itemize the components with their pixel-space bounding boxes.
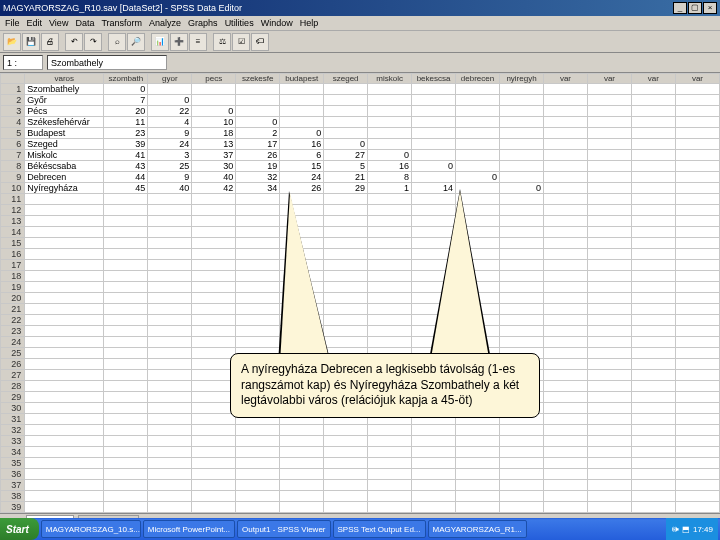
empty-cell[interactable] bbox=[500, 480, 544, 491]
row-number[interactable]: 26 bbox=[1, 359, 25, 370]
cell-varos[interactable]: Debrecen bbox=[25, 172, 104, 183]
empty-cell[interactable] bbox=[412, 502, 456, 513]
empty-cell[interactable] bbox=[631, 326, 675, 337]
empty-cell[interactable] bbox=[104, 304, 148, 315]
empty-cell[interactable] bbox=[544, 348, 588, 359]
data-cell[interactable]: 0 bbox=[236, 117, 280, 128]
empty-cell[interactable] bbox=[148, 469, 192, 480]
redo-icon[interactable]: ↷ bbox=[84, 33, 102, 51]
data-cell[interactable] bbox=[587, 95, 631, 106]
row-number[interactable]: 21 bbox=[1, 304, 25, 315]
empty-cell[interactable] bbox=[675, 304, 719, 315]
row-number[interactable]: 25 bbox=[1, 348, 25, 359]
row-number[interactable]: 39 bbox=[1, 502, 25, 513]
col-var[interactable]: var bbox=[631, 74, 675, 84]
empty-cell[interactable] bbox=[148, 381, 192, 392]
empty-cell[interactable] bbox=[25, 491, 104, 502]
empty-cell[interactable] bbox=[544, 326, 588, 337]
data-cell[interactable]: 22 bbox=[148, 106, 192, 117]
data-cell[interactable] bbox=[148, 84, 192, 95]
data-cell[interactable] bbox=[324, 117, 368, 128]
data-cell[interactable] bbox=[368, 128, 412, 139]
empty-cell[interactable] bbox=[104, 447, 148, 458]
empty-cell[interactable] bbox=[675, 491, 719, 502]
empty-cell[interactable] bbox=[544, 370, 588, 381]
empty-cell[interactable] bbox=[192, 260, 236, 271]
empty-cell[interactable] bbox=[675, 271, 719, 282]
data-cell[interactable] bbox=[587, 150, 631, 161]
empty-cell[interactable] bbox=[148, 227, 192, 238]
row-number[interactable]: 11 bbox=[1, 194, 25, 205]
row-number[interactable]: 22 bbox=[1, 315, 25, 326]
empty-cell[interactable] bbox=[280, 491, 324, 502]
empty-cell[interactable] bbox=[104, 513, 148, 514]
data-cell[interactable]: 37 bbox=[192, 150, 236, 161]
empty-cell[interactable] bbox=[25, 282, 104, 293]
table-row[interactable]: 19 bbox=[1, 282, 720, 293]
empty-cell[interactable] bbox=[368, 469, 412, 480]
empty-cell[interactable] bbox=[544, 205, 588, 216]
empty-cell[interactable] bbox=[587, 249, 631, 260]
data-cell[interactable] bbox=[368, 106, 412, 117]
empty-cell[interactable] bbox=[631, 293, 675, 304]
data-cell[interactable] bbox=[412, 106, 456, 117]
data-cell[interactable] bbox=[236, 106, 280, 117]
empty-cell[interactable] bbox=[544, 227, 588, 238]
empty-cell[interactable] bbox=[675, 205, 719, 216]
empty-cell[interactable] bbox=[456, 513, 500, 514]
row-number[interactable]: 27 bbox=[1, 370, 25, 381]
table-row[interactable]: 33 bbox=[1, 436, 720, 447]
data-cell[interactable] bbox=[324, 106, 368, 117]
empty-cell[interactable] bbox=[368, 480, 412, 491]
empty-cell[interactable] bbox=[148, 293, 192, 304]
data-cell[interactable] bbox=[631, 117, 675, 128]
table-row[interactable]: 22 bbox=[1, 315, 720, 326]
maximize-button[interactable]: ▢ bbox=[688, 2, 702, 14]
menu-file[interactable]: File bbox=[5, 18, 20, 28]
empty-cell[interactable] bbox=[25, 502, 104, 513]
data-cell[interactable] bbox=[587, 84, 631, 95]
cell-varos[interactable]: Győr bbox=[25, 95, 104, 106]
row-number[interactable]: 6 bbox=[1, 139, 25, 150]
empty-cell[interactable] bbox=[675, 227, 719, 238]
empty-cell[interactable] bbox=[544, 403, 588, 414]
empty-cell[interactable] bbox=[236, 194, 280, 205]
empty-cell[interactable] bbox=[104, 205, 148, 216]
empty-cell[interactable] bbox=[500, 337, 544, 348]
data-cell[interactable]: 0 bbox=[280, 128, 324, 139]
empty-cell[interactable] bbox=[104, 315, 148, 326]
empty-cell[interactable] bbox=[500, 238, 544, 249]
empty-cell[interactable] bbox=[587, 348, 631, 359]
row-number[interactable]: 9 bbox=[1, 172, 25, 183]
empty-cell[interactable] bbox=[368, 293, 412, 304]
empty-cell[interactable] bbox=[675, 359, 719, 370]
data-cell[interactable]: 5 bbox=[324, 161, 368, 172]
empty-cell[interactable] bbox=[500, 469, 544, 480]
data-cell[interactable] bbox=[675, 139, 719, 150]
empty-cell[interactable] bbox=[104, 414, 148, 425]
empty-cell[interactable] bbox=[631, 260, 675, 271]
empty-cell[interactable] bbox=[236, 315, 280, 326]
menu-edit[interactable]: Edit bbox=[27, 18, 43, 28]
empty-cell[interactable] bbox=[324, 502, 368, 513]
data-cell[interactable]: 40 bbox=[148, 183, 192, 194]
empty-cell[interactable] bbox=[192, 227, 236, 238]
data-cell[interactable] bbox=[412, 128, 456, 139]
empty-cell[interactable] bbox=[544, 458, 588, 469]
empty-cell[interactable] bbox=[368, 304, 412, 315]
data-cell[interactable] bbox=[544, 139, 588, 150]
empty-cell[interactable] bbox=[544, 480, 588, 491]
data-cell[interactable]: 45 bbox=[104, 183, 148, 194]
empty-cell[interactable] bbox=[104, 227, 148, 238]
row-number[interactable]: 30 bbox=[1, 403, 25, 414]
data-cell[interactable] bbox=[631, 128, 675, 139]
table-row[interactable]: 12 bbox=[1, 205, 720, 216]
data-cell[interactable] bbox=[368, 84, 412, 95]
row-number[interactable]: 24 bbox=[1, 337, 25, 348]
cell-address[interactable]: 1 : varos bbox=[3, 55, 43, 70]
empty-cell[interactable] bbox=[631, 447, 675, 458]
data-cell[interactable]: 0 bbox=[104, 84, 148, 95]
table-row[interactable]: 32 bbox=[1, 425, 720, 436]
empty-cell[interactable] bbox=[104, 271, 148, 282]
empty-cell[interactable] bbox=[25, 315, 104, 326]
